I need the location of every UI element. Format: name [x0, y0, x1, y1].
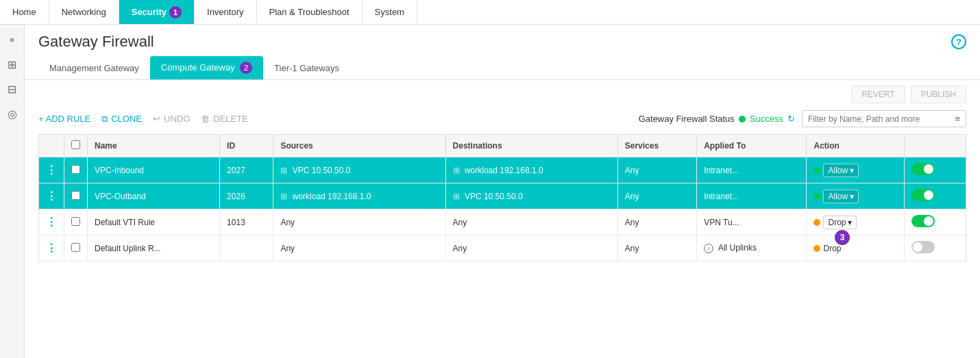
filter-input[interactable] [808, 114, 951, 124]
row-toggle-cell [904, 209, 966, 235]
nav-security-label: Security [132, 7, 167, 17]
col-dots [39, 135, 64, 157]
action-label: Allow [828, 166, 848, 175]
tab-tier1-gateways[interactable]: Tier-1 Gateways [263, 57, 350, 79]
action-dot-orange [813, 219, 820, 226]
row-id: 2027 [220, 157, 273, 183]
delete-label: DELETE [213, 114, 248, 124]
row-checkbox-cell [64, 157, 88, 183]
action-dropdown: Allow ▾ [813, 164, 896, 177]
row-dest-val: VPC 10.50.50.0 [465, 192, 523, 201]
clone-button[interactable]: ⧉ CLONE [101, 114, 142, 125]
row-id: 1013 [220, 209, 273, 235]
row-destinations: ⊞ VPC 10.50.50.0 [445, 183, 617, 209]
clone-icon: ⧉ [101, 114, 108, 125]
nav-system[interactable]: System [363, 0, 417, 24]
publish-button[interactable]: PUBLISH [911, 86, 966, 103]
network-icon: ⊞ [280, 192, 287, 201]
nav-inventory[interactable]: Inventory [195, 0, 256, 24]
row-toggle-cell [904, 157, 966, 183]
row-toggle-cell [904, 235, 966, 261]
col-services: Services [617, 135, 696, 157]
help-button[interactable]: ? [951, 34, 966, 49]
row-checkbox[interactable] [71, 217, 80, 226]
network-icon: ⊞ [453, 192, 460, 201]
col-sources: Sources [273, 135, 445, 157]
sub-tabs: Management Gateway Compute Gateway 2 Tie… [25, 56, 980, 80]
sidebar-table-icon[interactable]: ⊟ [3, 79, 22, 99]
chevron-down-icon: ▾ [848, 218, 852, 227]
table-row: ⋮ VPC-Outband 2026 ⊞ workload 192.168.1.… [39, 183, 966, 209]
action-label: Drop [823, 244, 841, 253]
action-label: Allow [828, 192, 848, 201]
status-dot [739, 116, 746, 123]
row-applied-to: Intranet... [697, 157, 807, 183]
row-name: Default VTI Rule [88, 209, 220, 235]
row-action-cell: Drop [807, 235, 904, 261]
toggle-switch[interactable] [911, 215, 935, 227]
refresh-icon[interactable]: ↻ [787, 114, 795, 124]
row-dots[interactable]: ⋮ [39, 157, 64, 183]
col-name: Name [88, 135, 220, 157]
row-checkbox[interactable] [71, 191, 80, 200]
table-row: ⋮ Default Uplink R... Any Any Any i All … [39, 235, 966, 261]
nav-home[interactable]: Home [0, 0, 49, 24]
action-dropdown-button[interactable]: Allow ▾ [823, 164, 859, 177]
dots-icon[interactable]: ⋮ [46, 164, 57, 176]
tab-compute-gateway-badge: 2 [240, 62, 252, 74]
tab-management-gateway[interactable]: Management Gateway [38, 57, 150, 79]
firewall-status-label: Gateway Firewall Status [639, 114, 735, 124]
row-checkbox[interactable] [71, 243, 80, 252]
nav-plan[interactable]: Plan & Troubleshoot [257, 0, 363, 24]
undo-button[interactable]: ↩ UNDO [153, 114, 190, 124]
tab-compute-gateway[interactable]: Compute Gateway 2 [150, 56, 263, 79]
revert-button[interactable]: REVERT [851, 86, 905, 103]
filter-options-icon[interactable]: ≡ [955, 114, 960, 124]
row-checkbox-cell [64, 235, 88, 261]
row-checkbox[interactable] [71, 165, 80, 174]
sidebar-grid-icon[interactable]: ⊞ [3, 55, 22, 74]
row-dots[interactable]: ⋮ [39, 235, 64, 261]
action-dot-green [813, 193, 820, 200]
dots-icon[interactable]: ⋮ [46, 190, 57, 202]
action-dropdown-button[interactable]: Drop ▾ [823, 216, 857, 229]
info-icon: i [704, 244, 713, 253]
toggle-switch[interactable] [911, 163, 935, 175]
filter-box: ≡ [802, 110, 966, 127]
clone-label: CLONE [111, 114, 142, 124]
col-checkbox [64, 135, 88, 157]
action-dot-orange [813, 245, 820, 252]
row-dots[interactable]: ⋮ [39, 209, 64, 235]
nav-security[interactable]: Security 1 [119, 0, 195, 24]
firewall-table: Name ID Sources Destinations Services Ap… [38, 134, 966, 261]
row-services: Any [617, 235, 696, 261]
toggle-switch[interactable] [911, 189, 935, 201]
row-applied-to: VPN Tu... [697, 209, 807, 235]
row-sources: Any [273, 235, 445, 261]
action-dropdown-button[interactable]: Allow ▾ [823, 190, 859, 203]
dots-icon[interactable]: ⋮ [46, 242, 57, 254]
col-destinations: Destinations [445, 135, 617, 157]
chevron-down-icon: ▾ [850, 192, 854, 201]
sidebar-target-icon[interactable]: ◎ [3, 104, 22, 123]
delete-button[interactable]: 🗑 DELETE [201, 114, 248, 124]
select-all-checkbox[interactable] [71, 140, 80, 149]
action-dropdown: Drop ▾ [813, 216, 896, 229]
add-rule-button[interactable]: + ADD RULE [38, 114, 90, 124]
nav-networking[interactable]: Networking [49, 0, 119, 24]
row-checkbox-cell [64, 183, 88, 209]
network-icon: ⊞ [453, 166, 460, 175]
tab-compute-gateway-label: Compute Gateway [161, 62, 235, 73]
row-dots[interactable]: ⋮ [39, 183, 64, 209]
sidebar: » ⊞ ⊟ ◎ [0, 25, 25, 358]
row-sources-val: workload 192.168.1.0 [293, 192, 371, 201]
row-sources: Any [273, 209, 445, 235]
row-sources-val: VPC 10.50.50.0 [293, 166, 351, 175]
toggle-switch[interactable] [911, 241, 935, 253]
sidebar-expand-icon[interactable]: » [3, 30, 22, 49]
row-destinations: ⊞ workload 192.168.1.0 [445, 157, 617, 183]
dots-icon[interactable]: ⋮ [46, 216, 57, 228]
toolbar: + ADD RULE ⧉ CLONE ↩ UNDO 🗑 DELETE Gatew… [25, 103, 980, 134]
network-icon: ⊞ [280, 166, 287, 175]
applied-to-val: All Uplinks [718, 243, 757, 253]
